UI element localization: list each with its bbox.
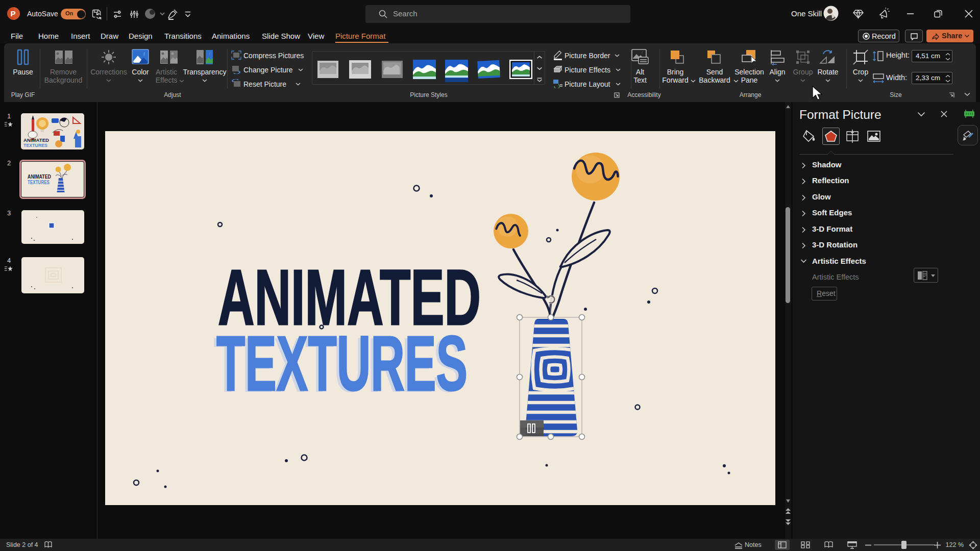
svg-text:TEXTURES: TEXTURES bbox=[23, 143, 47, 148]
svg-text:TEXTURES: TEXTURES bbox=[28, 180, 50, 185]
svg-text:TEXTURES: TEXTURES bbox=[216, 320, 468, 407]
svg-text:ANIMATED: ANIMATED bbox=[23, 138, 50, 143]
svg-text:P: P bbox=[11, 9, 16, 18]
svg-text:ANIMATED: ANIMATED bbox=[28, 174, 51, 180]
